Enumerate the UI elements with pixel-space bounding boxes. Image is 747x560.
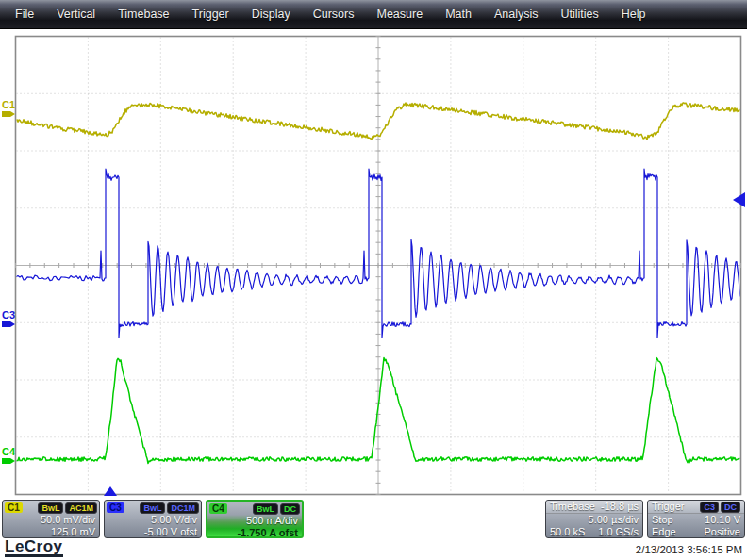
c3-bandwidth-badge: BwL (140, 502, 165, 514)
trigger-type: Edge (652, 526, 676, 538)
trigger-type-row: Edge Positive (648, 526, 744, 538)
channel-descriptor-c4[interactable]: C4 BwL DC 500 mA/div -1.750 A ofst (206, 500, 304, 538)
datetime: 2/13/2013 3:56:15 PM (636, 544, 742, 555)
c1-bandwidth-badge: BwL (38, 502, 63, 514)
timebase-descriptor[interactable]: Timebase -18.8 µs 5.00 µs/div 50.0 kS 1.… (545, 500, 643, 538)
timebase-rate: 1.0 GS/s (598, 526, 639, 538)
channel-label-c1: C1 (2, 99, 15, 110)
trigger-descriptor[interactable]: Trigger C3 DC Stop 10.10 V Edge Positive (647, 500, 745, 538)
timebase-sampling: 50.0 kS 1.0 GS/s (546, 526, 642, 538)
c4-scale: 500 mA/div (208, 515, 302, 527)
channel-chip-c4: C4 (209, 503, 227, 514)
oscilloscope-screen: FileVerticalTimebaseTriggerDisplayCursor… (0, 0, 747, 560)
channel-descriptor-c1[interactable]: C1 BwL AC1M 50.0 mV/div 125.0 mV (2, 500, 100, 538)
timebase-header: Timebase -18.8 µs (546, 501, 642, 514)
trigger-source-badge: C3 (700, 502, 719, 513)
c1-scale: 50.0 mV/div (3, 514, 99, 526)
trigger-badges: C3 DC (700, 502, 740, 513)
channel-chip-c3: C3 (107, 502, 124, 513)
trigger-header: Trigger C3 DC (648, 501, 744, 514)
c1-chip-row: C1 BwL AC1M (3, 501, 99, 514)
channel-descriptor-c3[interactable]: C3 BwL DC1M 5.00 V/div -5.00 V ofst (104, 500, 202, 538)
channel-marker-c4[interactable] (2, 458, 15, 464)
c3-offset: -5.00 V ofst (105, 526, 201, 538)
trigger-label: Trigger (652, 501, 684, 513)
trigger-slope: Positive (704, 526, 740, 538)
channel-marker-c3[interactable] (2, 321, 15, 327)
c4-bandwidth-badge: BwL (253, 503, 278, 515)
trigger-mode: Stop (652, 514, 673, 526)
channel-marker-c1[interactable] (2, 111, 15, 117)
c3-scale: 5.00 V/div (105, 514, 201, 526)
trigger-level: 10.10 V (705, 514, 740, 526)
timebase-samples: 50.0 kS (550, 526, 585, 538)
channel-chip-c1: C1 (5, 502, 23, 513)
lecroy-logo: LeCroy (5, 538, 63, 557)
c3-coupling-badge: DC1M (167, 502, 199, 514)
channel-label-c3: C3 (2, 309, 15, 321)
waveform-display: C1C3C4 (0, 0, 747, 560)
c1-coupling-badge: AC1M (65, 502, 97, 514)
c4-offset: -1.750 A ofst (208, 527, 302, 538)
trigger-coupling-badge: DC (721, 502, 740, 513)
timebase-label: Timebase (550, 501, 595, 513)
timebase-offset: -18.8 µs (601, 501, 639, 513)
c3-chip-row: C3 BwL DC1M (105, 501, 201, 514)
c4-chip-row: C4 BwL DC (208, 502, 302, 515)
timebase-per-div: 5.00 µs/div (546, 514, 642, 526)
c4-coupling-badge: DC (280, 503, 300, 515)
trigger-mode-row: Stop 10.10 V (648, 514, 744, 526)
channel-label-c4: C4 (2, 446, 16, 457)
